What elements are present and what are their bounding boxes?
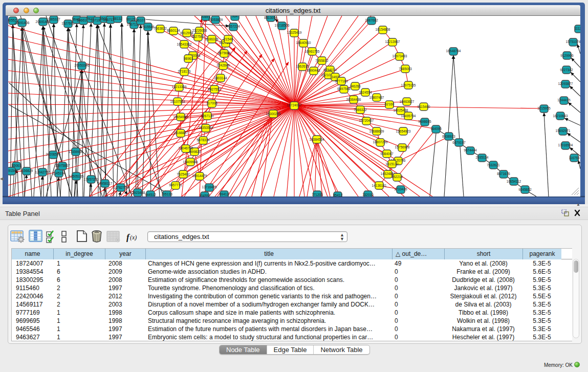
svg-text:1362615: 1362615: [296, 64, 309, 68]
svg-text:5878334: 5878334: [197, 138, 210, 142]
svg-text:17359934: 17359934: [69, 150, 83, 154]
svg-text:66120: 66120: [126, 17, 136, 21]
svg-text:23226058: 23226058: [192, 29, 207, 32]
svg-text:7515546: 7515546: [141, 25, 155, 29]
svg-text:9457771: 9457771: [169, 183, 182, 187]
svg-text:8813054: 8813054: [264, 16, 277, 19]
svg-text:12942757: 12942757: [35, 170, 50, 174]
svg-text:10025438: 10025438: [394, 108, 408, 112]
svg-text:317006: 317006: [206, 101, 217, 105]
svg-text:2087682: 2087682: [365, 18, 378, 22]
svg-text:8938923: 8938923: [442, 135, 455, 138]
svg-text:12093877: 12093877: [558, 82, 573, 85]
svg-text:7485003: 7485003: [399, 67, 412, 71]
svg-text:88132: 88132: [113, 17, 122, 20]
svg-text:9698695: 9698695: [418, 120, 431, 123]
svg-text:6879197: 6879197: [452, 141, 466, 144]
svg-text:15756928: 15756928: [395, 145, 410, 149]
svg-text:164095: 164095: [430, 127, 442, 130]
svg-text:10688609: 10688609: [369, 129, 384, 133]
svg-text:7986322: 7986322: [354, 108, 367, 112]
svg-text:12923448: 12923448: [130, 191, 145, 194]
svg-text:15692971: 15692971: [556, 129, 571, 133]
svg-text:1145194: 1145194: [53, 171, 66, 175]
svg-text:8186328: 8186328: [205, 37, 219, 41]
svg-text:1615132: 1615132: [385, 162, 399, 166]
svg-text:20206576: 20206576: [46, 152, 61, 156]
svg-text:8427552: 8427552: [208, 87, 221, 91]
svg-text:104552: 104552: [199, 194, 210, 196]
svg-text:7625402: 7625402: [177, 172, 190, 176]
svg-text:10807487: 10807487: [369, 96, 384, 99]
svg-text:18463627: 18463627: [400, 100, 415, 103]
svg-text:205133: 205133: [161, 192, 172, 196]
svg-text:15353594: 15353594: [199, 126, 213, 129]
svg-text:20691406: 20691406: [15, 21, 30, 25]
svg-text:9245652: 9245652: [518, 188, 532, 191]
svg-text:1244415: 1244415: [557, 98, 571, 102]
svg-text:16548784: 16548784: [446, 49, 461, 53]
svg-text:116753: 116753: [569, 156, 580, 160]
svg-text:10782759: 10782759: [114, 186, 128, 189]
svg-text:16210643: 16210643: [553, 114, 568, 118]
svg-text:7663822: 7663822: [154, 27, 167, 30]
svg-text:16640910: 16640910: [296, 41, 311, 45]
svg-text:3624554: 3624554: [359, 91, 372, 94]
svg-text:8660124: 8660124: [167, 29, 180, 32]
svg-text:10654112: 10654112: [507, 180, 521, 183]
svg-text:18300295: 18300295: [266, 112, 281, 116]
svg-text:9327509: 9327509: [191, 35, 205, 38]
svg-text:3267130: 3267130: [201, 114, 214, 118]
svg-text:13654923: 13654923: [396, 129, 411, 133]
svg-text:98961: 98961: [184, 57, 193, 60]
svg-text:2242848: 2242848: [216, 63, 230, 67]
svg-text:85412: 85412: [333, 193, 342, 196]
svg-text:19166827: 19166827: [173, 131, 188, 135]
svg-text:20364436: 20364436: [346, 98, 361, 101]
svg-text:2718176: 2718176: [178, 70, 191, 73]
svg-text:19384554: 19384554: [310, 138, 324, 141]
svg-text:1085327: 1085327: [47, 17, 60, 21]
svg-text:13325419: 13325419: [287, 31, 302, 34]
svg-text:13975867: 13975867: [55, 164, 70, 167]
svg-text:11123: 11123: [574, 27, 580, 30]
svg-text:8990443: 8990443: [307, 69, 320, 72]
svg-text:18724007: 18724007: [287, 103, 302, 107]
svg-text:9115460: 9115460: [418, 105, 430, 108]
svg-text:8471676: 8471676: [497, 172, 510, 176]
svg-text:7632621: 7632621: [487, 163, 500, 167]
svg-text:964: 964: [232, 16, 238, 18]
svg-text:99412: 99412: [220, 192, 229, 196]
svg-text:944512: 944512: [145, 193, 156, 196]
svg-text:1156829: 1156829: [20, 169, 33, 172]
svg-text:15409948: 15409948: [183, 160, 198, 164]
svg-text:9129906: 9129906: [560, 54, 574, 57]
svg-text:9777169: 9777169: [335, 79, 348, 83]
svg-text:19654982: 19654982: [173, 115, 188, 119]
svg-text:17957223: 17957223: [84, 178, 99, 181]
svg-text:13716485: 13716485: [202, 185, 217, 189]
svg-text:15751074: 15751074: [566, 40, 580, 43]
svg-text:332010: 332010: [362, 193, 374, 196]
svg-text:9875685: 9875685: [217, 51, 231, 55]
svg-text:12213967: 12213967: [385, 40, 400, 43]
svg-text:9674444: 9674444: [464, 148, 477, 152]
svg-text:12213369: 12213369: [172, 85, 187, 89]
svg-text:16046786: 16046786: [179, 146, 193, 150]
svg-text:10958117: 10958117: [98, 182, 113, 185]
svg-text:12975155: 12975155: [401, 83, 416, 87]
svg-text:7357224: 7357224: [227, 25, 240, 28]
svg-text:6497568: 6497568: [337, 87, 351, 91]
svg-text:17016504: 17016504: [558, 143, 573, 147]
svg-text:19218506: 19218506: [275, 24, 290, 27]
svg-text:16154808: 16154808: [376, 28, 390, 31]
svg-text:10973493: 10973493: [393, 54, 407, 58]
svg-text:62160: 62160: [385, 102, 394, 106]
svg-text:20053346: 20053346: [75, 63, 90, 67]
svg-text:2803144: 2803144: [214, 76, 227, 80]
svg-text:18807299: 18807299: [373, 140, 388, 144]
svg-text:252214: 252214: [391, 175, 403, 179]
svg-text:96107: 96107: [136, 18, 145, 22]
svg-text:16053809: 16053809: [208, 18, 223, 21]
svg-text:1733426: 1733426: [394, 187, 407, 191]
